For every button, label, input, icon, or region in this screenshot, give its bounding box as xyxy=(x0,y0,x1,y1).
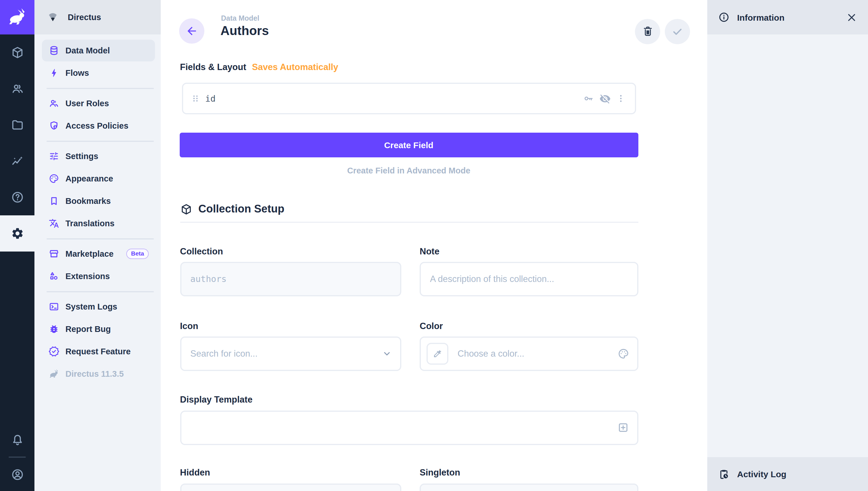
project-chooser[interactable]: Directus xyxy=(34,0,161,34)
sidebar-item-label: System Logs xyxy=(65,302,117,311)
sidebar-item-request-feature[interactable]: Request Feature xyxy=(42,341,155,363)
sidebar-item-label: User Roles xyxy=(65,99,109,108)
kebab-menu-icon[interactable] xyxy=(616,94,625,104)
notifications-button[interactable] xyxy=(0,423,34,457)
icon-input-wrap xyxy=(180,337,401,371)
add-field-icon[interactable] xyxy=(617,422,629,434)
create-field-advanced-link[interactable]: Create Field in Advanced Mode xyxy=(179,166,638,175)
display-template-input-wrap xyxy=(180,410,638,445)
directus-logo-button[interactable] xyxy=(0,0,34,34)
sidebar-item-report-bug[interactable]: Report Bug xyxy=(42,318,155,340)
sidebar-item-flows[interactable]: Flows xyxy=(42,62,155,84)
database-icon xyxy=(49,46,59,56)
module-help[interactable] xyxy=(0,179,34,215)
chevron-down-icon[interactable] xyxy=(382,349,392,359)
fields-layout-title: Fields & Layout xyxy=(180,62,246,73)
nav-divider xyxy=(47,88,154,89)
module-settings[interactable] xyxy=(0,215,34,252)
activity-log-button[interactable]: Activity Log xyxy=(707,457,868,491)
tune-icon xyxy=(49,151,59,162)
module-content[interactable] xyxy=(0,34,34,70)
module-list xyxy=(0,34,34,252)
arrow-left-icon xyxy=(185,25,198,37)
field-actions xyxy=(583,93,625,104)
sidebar-item-system-logs[interactable]: System Logs xyxy=(42,296,155,318)
sidebar-item-label: Flows xyxy=(65,68,89,78)
help-icon xyxy=(11,191,24,204)
sidebar-item-appearance[interactable]: Appearance xyxy=(42,168,155,190)
sidebar-item-access-policies[interactable]: Access Policies xyxy=(42,115,155,137)
palette-small-icon[interactable] xyxy=(618,348,629,359)
field-name: id xyxy=(205,93,215,104)
shapes-icon xyxy=(49,271,59,281)
sidebar-item-label: Request Feature xyxy=(65,347,130,356)
singleton-label: Singleton xyxy=(420,467,460,478)
nav-divider xyxy=(47,238,154,239)
delete-collection-button[interactable] xyxy=(635,19,660,44)
color-input-wrap xyxy=(420,337,638,371)
color-input[interactable] xyxy=(448,338,618,370)
info-icon xyxy=(718,11,730,23)
back-button[interactable] xyxy=(179,18,204,44)
module-users[interactable] xyxy=(0,70,34,107)
check-icon xyxy=(671,25,684,38)
shield-user-icon xyxy=(49,121,59,131)
account-circle-icon xyxy=(11,468,24,481)
create-field-button[interactable]: Create Field xyxy=(179,133,638,157)
fields-layout-header: Fields & Layout Saves Automatically xyxy=(180,62,338,73)
sidebar-item-label: Marketplace xyxy=(65,249,114,258)
app-version: Directus 11.3.5 xyxy=(42,363,155,385)
folder-icon xyxy=(11,118,24,132)
collection-input-wrap xyxy=(180,262,401,296)
nav-divider xyxy=(47,291,154,292)
section-divider xyxy=(180,222,638,223)
verified-badge-icon xyxy=(49,346,59,357)
sidebar-item-user-roles[interactable]: User Roles xyxy=(42,92,155,114)
activity-log-label: Activity Log xyxy=(737,469,786,479)
sidebar-item-label: Translations xyxy=(65,219,115,228)
eyedropper-icon xyxy=(433,349,442,358)
gear-icon xyxy=(11,227,24,240)
color-swatch-button[interactable] xyxy=(426,343,448,365)
close-icon[interactable] xyxy=(846,12,857,23)
account-button[interactable] xyxy=(0,458,34,491)
field-row-id[interactable]: id xyxy=(182,83,636,114)
directus-rabbit-small-icon xyxy=(49,369,59,379)
module-insights[interactable] xyxy=(0,143,34,179)
header-actions xyxy=(635,19,690,44)
display-template-label: Display Template xyxy=(180,395,252,405)
sidebar-item-translations[interactable]: Translations xyxy=(42,212,155,234)
bookmark-icon xyxy=(49,196,59,206)
info-sidebar-title: Information xyxy=(737,12,784,22)
info-sidebar: Information Activity Log xyxy=(707,0,868,491)
note-input-wrap xyxy=(420,262,638,296)
sidebar-item-label: Report Bug xyxy=(65,324,111,334)
sidebar-item-data-model[interactable]: Data Model xyxy=(42,40,155,61)
clipboard-clock-icon xyxy=(718,468,730,480)
sidebar-item-label: Data Model xyxy=(65,46,110,55)
hidden-toggle[interactable] xyxy=(180,484,401,491)
save-button[interactable] xyxy=(665,19,690,44)
hidden-label: Hidden xyxy=(180,467,210,478)
drag-handle-icon[interactable] xyxy=(190,94,200,104)
display-template-input[interactable] xyxy=(181,411,617,444)
bug-icon xyxy=(49,324,59,334)
palette-icon xyxy=(49,173,59,184)
sidebar-item-marketplace[interactable]: Marketplace Beta xyxy=(42,243,155,265)
breadcrumb[interactable]: Data Model xyxy=(221,15,259,22)
insights-icon xyxy=(11,154,24,168)
main-content: Data Model Authors xyxy=(161,0,707,491)
note-input[interactable] xyxy=(421,263,637,295)
sidebar-item-settings[interactable]: Settings xyxy=(42,145,155,167)
collection-label: Collection xyxy=(180,247,223,257)
beta-badge: Beta xyxy=(126,249,149,259)
trash-icon xyxy=(641,25,654,37)
sidebar-item-bookmarks[interactable]: Bookmarks xyxy=(42,190,155,212)
users-icon xyxy=(11,82,24,95)
project-signal-icon xyxy=(47,11,59,24)
singleton-toggle[interactable] xyxy=(420,484,638,491)
storefront-icon xyxy=(49,249,59,259)
module-files[interactable] xyxy=(0,107,34,143)
sidebar-item-extensions[interactable]: Extensions xyxy=(42,265,155,287)
icon-search-input[interactable] xyxy=(181,338,382,370)
